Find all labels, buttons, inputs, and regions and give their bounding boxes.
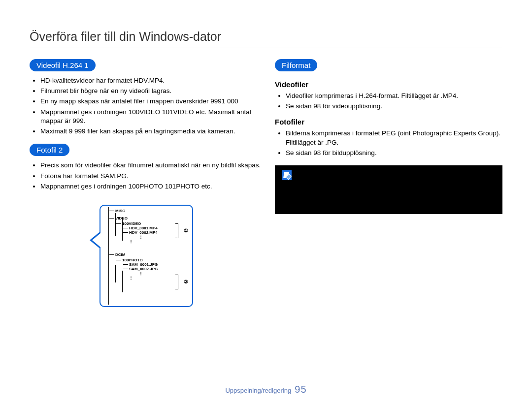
list-item: Bilderna komprimeras i formatet PEG (oin… — [286, 129, 502, 147]
tree-pfile2: SAM_0002.JPG — [129, 267, 158, 271]
list-item: Mappnamnet ges i ordningen 100VIDEO 101V… — [40, 108, 263, 125]
tree-pfile1: SAM_0001.JPG — [129, 262, 158, 267]
note-item: Produkten saknar stöd för filer som spel… — [304, 198, 496, 207]
list-item: Precis som för videofiler ökar filnumret… — [40, 161, 263, 170]
list-item: Filnumret blir högre när en ny videofil … — [40, 87, 263, 95]
video-pill: Videofil H.264 1 — [30, 59, 96, 71]
list-item: Videofiler komprimeras i H.264-format. F… — [286, 92, 502, 100]
tree-dcim: DCIM — [115, 252, 125, 257]
note-box: Ett filnamn som inte följer DCF-standard… — [275, 165, 502, 214]
photo-pill: Fotofil 2 — [30, 144, 69, 156]
videofiler-heading: Videofiler — [275, 80, 502, 89]
list-item: Maximalt 9 999 filer kan skapas på en la… — [40, 127, 263, 136]
footer-section: Uppspelning/redigering — [225, 387, 291, 394]
tree-vfile2: HDV_0002.MP4 — [129, 230, 158, 235]
folder-tree-callout: ① ② MISC VIDEO 100VIDEO HDV_0001.MP4 HDV… — [100, 205, 193, 307]
fileformat-pill: Filformat — [275, 59, 317, 71]
note-item: Ett filnamn som inte följer DCF-standard… — [304, 180, 496, 198]
videofiler-list: Videofiler komprimeras i H.264-format. F… — [286, 92, 502, 111]
photo-list: Precis som för videofiler ökar filnumret… — [40, 161, 263, 191]
fotofiler-list: Bilderna komprimeras i formatet PEG (oin… — [286, 129, 502, 157]
video-list: HD-kvalitetsvideor har formatet HDV.MP4.… — [40, 76, 263, 136]
note-icon — [282, 170, 292, 180]
footer-page-number: 95 — [295, 384, 306, 395]
list-item: Se sidan 98 för bildupplösning. — [286, 149, 502, 157]
tree-photo-folder: 100PHOTO — [122, 258, 143, 262]
tree-vfile1: HDV_0001.MP4 — [129, 226, 158, 230]
page-title: Överföra filer till din Windows-dator — [30, 30, 502, 44]
tree-video: VIDEO — [115, 216, 128, 220]
list-item: Se sidan 98 för videoupplösning. — [286, 102, 502, 111]
list-item: Mappnamnet ges i ordningen 100PHOTO 101P… — [40, 182, 263, 191]
fotofiler-heading: Fotofiler — [275, 118, 502, 126]
tree-misc: MISC — [115, 209, 125, 213]
divider — [30, 48, 502, 48]
list-item: Fotona har formatet SAM.PG. — [40, 172, 263, 181]
list-item: En ny mapp skapas när antalet filer i ma… — [40, 97, 263, 106]
tree-video-folder: 100VIDEO — [122, 221, 141, 226]
list-item: HD-kvalitetsvideor har formatet HDV.MP4. — [40, 76, 263, 85]
